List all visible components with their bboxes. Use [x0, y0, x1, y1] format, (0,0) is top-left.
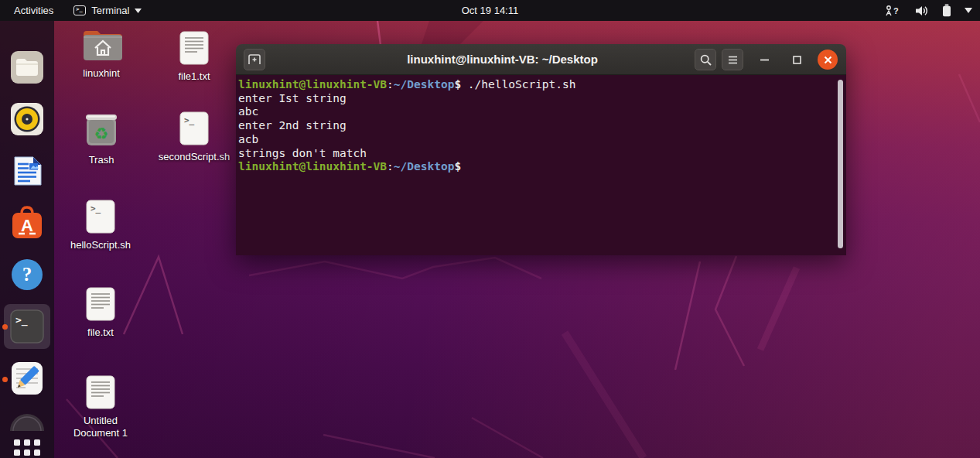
text-file-icon	[86, 287, 115, 321]
shell-script-icon: >_	[179, 111, 209, 145]
terminal-line: enter 2nd string	[238, 119, 834, 133]
terminal-icon: >_	[9, 308, 46, 345]
home-folder-icon	[80, 28, 122, 62]
terminal-line: strings don't match	[238, 147, 834, 161]
search-icon	[700, 54, 712, 66]
dock-item-dome-app[interactable]	[9, 412, 46, 432]
text-editor-icon	[9, 360, 46, 397]
svg-text:>_: >_	[90, 203, 101, 214]
search-button[interactable]	[695, 49, 716, 70]
terminal-icon: >_	[73, 5, 86, 15]
text-file-icon	[86, 375, 115, 409]
dock: A ? >_	[0, 21, 54, 458]
dome-icon	[9, 412, 46, 432]
icon-label: file.txt	[54, 326, 147, 339]
desktop-icon-secondscript[interactable]: >_ secondScript.sh	[148, 111, 241, 163]
maximize-button[interactable]	[787, 50, 807, 70]
svg-text:>_: >_	[15, 314, 28, 326]
help-icon: ?	[9, 256, 46, 293]
terminal-content-area[interactable]: linuxhint@linuxhint-VB:~/Desktop$ ./hell…	[236, 75, 846, 255]
icon-label: Untitled Document 1	[64, 415, 137, 439]
top-bar: Activities >_ Terminal Oct 19 14:11 ?	[0, 0, 980, 21]
terminal-line: linuxhint@linuxhint-VB:~/Desktop$	[238, 160, 834, 174]
menu-button[interactable]	[722, 49, 743, 70]
volume-icon[interactable]	[915, 5, 929, 17]
files-icon	[9, 49, 46, 86]
app-menu-terminal[interactable]: >_ Terminal	[73, 5, 142, 16]
minimize-button[interactable]	[754, 50, 774, 70]
terminal-window: linuxhint@linuxhint-VB: ~/Desktop	[236, 44, 846, 255]
terminal-line: linuxhint@linuxhint-VB:~/Desktop$ ./hell…	[238, 78, 834, 92]
rhythmbox-icon	[9, 101, 46, 138]
app-menu-label: Terminal	[91, 5, 129, 16]
window-title: linuxhint@linuxhint-VB: ~/Desktop	[329, 44, 676, 75]
dock-item-show-applications[interactable]	[13, 439, 50, 458]
terminal-line: abc	[238, 105, 834, 119]
icon-label: helloScript.sh	[54, 239, 147, 251]
icon-label: linuxhint	[55, 67, 148, 80]
activities-button[interactable]: Activities	[14, 5, 53, 16]
new-tab-button[interactable]	[244, 49, 265, 70]
running-indicator-text-editor	[2, 377, 8, 382]
hamburger-menu-icon	[728, 56, 738, 64]
libreoffice-writer-icon	[9, 152, 46, 190]
svg-text:?: ?	[893, 6, 899, 15]
trash-icon: ♻	[82, 111, 121, 149]
desktop-icon-file1[interactable]: file1.txt	[148, 31, 241, 83]
chevron-down-icon[interactable]	[965, 8, 972, 13]
dock-item-ubuntu-software[interactable]: A	[9, 204, 46, 241]
terminal-line: acb	[238, 133, 834, 147]
text-file-icon	[179, 31, 209, 65]
svg-text:?: ?	[22, 264, 32, 285]
desktop-icon-trash[interactable]: ♻ Trash	[55, 111, 148, 166]
chevron-down-icon	[135, 9, 142, 13]
terminal-output: linuxhint@linuxhint-VB:~/Desktop$ ./hell…	[238, 78, 834, 174]
icon-label: file1.txt	[148, 70, 241, 83]
dock-item-text-editor[interactable]	[9, 360, 46, 397]
close-icon	[824, 56, 832, 64]
apps-grid-icon	[13, 439, 41, 458]
svg-text:A: A	[21, 216, 33, 235]
dock-item-files[interactable]	[9, 49, 46, 86]
close-button[interactable]	[818, 50, 838, 70]
minimize-icon	[760, 59, 769, 61]
dock-item-libreoffice-writer[interactable]	[9, 152, 46, 190]
svg-text:>_: >_	[184, 115, 195, 125]
input-source-icon[interactable]: ?	[885, 5, 902, 17]
desktop-icon-helloscript[interactable]: >_ helloScript.sh	[54, 200, 147, 251]
running-indicator-terminal	[2, 324, 8, 330]
desktop-icon-untitled-document[interactable]: Untitled Document 1	[54, 375, 147, 439]
svg-text:♻: ♻	[94, 125, 109, 143]
shell-script-icon: >_	[86, 200, 115, 234]
scrollbar-thumb[interactable]	[838, 80, 843, 248]
dock-item-terminal[interactable]: >_	[9, 308, 46, 345]
desktop-icon-file[interactable]: file.txt	[54, 287, 147, 339]
desktop-background: Activities >_ Terminal Oct 19 14:11 ?	[0, 0, 980, 458]
desktop-icon-linuxhint[interactable]: linuxhint	[55, 28, 148, 80]
title-bar[interactable]: linuxhint@linuxhint-VB: ~/Desktop	[236, 44, 846, 75]
dock-item-rhythmbox[interactable]	[9, 101, 46, 138]
icon-label: secondScript.sh	[148, 151, 241, 163]
maximize-icon	[793, 56, 801, 64]
terminal-line: enter Ist string	[238, 92, 834, 106]
dock-item-help[interactable]: ?	[9, 256, 46, 293]
battery-icon[interactable]	[942, 4, 951, 17]
clock[interactable]: Oct 19 14:11	[462, 5, 518, 16]
new-tab-icon	[248, 54, 261, 65]
ubuntu-software-icon: A	[9, 204, 46, 241]
icon-label: Trash	[55, 154, 148, 166]
